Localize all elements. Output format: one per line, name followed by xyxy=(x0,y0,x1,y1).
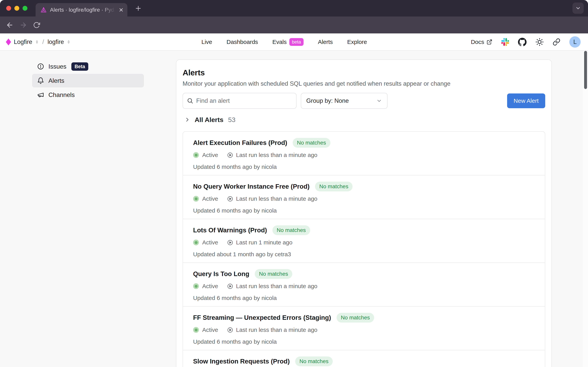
active-status-dot xyxy=(193,240,199,245)
project-switcher[interactable]: logfire xyxy=(47,38,64,45)
nav-link-dashboards[interactable]: Dashboards xyxy=(227,39,258,45)
logfire-diamond-icon xyxy=(6,38,11,45)
slack-icon[interactable] xyxy=(501,38,509,46)
alerts-controls: Group by: None New Alert xyxy=(183,93,545,109)
evals-beta-badge: beta xyxy=(289,38,304,46)
alert-updated: Updated about 1 month ago by cetra3 xyxy=(193,251,539,258)
alerts-panel: Alerts Monitor your application with sch… xyxy=(176,59,552,367)
all-alerts-group-header[interactable]: All Alerts 53 xyxy=(183,115,545,124)
alert-updated: Updated 6 months ago by nicola xyxy=(193,164,539,170)
page-subtitle: Monitor your application with scheduled … xyxy=(183,80,545,87)
primary-nav: Live Dashboards Evals beta Alerts Explor… xyxy=(201,33,367,50)
megaphone-icon xyxy=(37,91,44,98)
alert-status: Active xyxy=(202,327,218,333)
minimize-window-button[interactable] xyxy=(14,6,19,11)
close-window-button[interactable] xyxy=(6,6,11,11)
nav-link-evals[interactable]: Evals beta xyxy=(273,38,304,46)
window-controls xyxy=(6,6,27,11)
org-switcher[interactable]: Logfire xyxy=(14,38,32,45)
alert-row[interactable]: Alert Execution Failures (Prod) No match… xyxy=(183,132,545,175)
project-selector-icon[interactable] xyxy=(67,39,71,45)
external-link-icon xyxy=(486,39,492,45)
no-matches-badge: No matches xyxy=(255,269,292,279)
active-status-dot xyxy=(193,327,199,333)
active-status-dot xyxy=(193,152,199,158)
alert-title[interactable]: Alert Execution Failures (Prod) xyxy=(193,139,287,147)
alert-title[interactable]: Lots Of Warnings (Prod) xyxy=(193,226,267,234)
play-circle-icon xyxy=(227,196,233,202)
play-circle-icon xyxy=(227,327,233,333)
chevron-right-icon[interactable] xyxy=(185,117,190,122)
alert-last-run: Last run less than a minute ago xyxy=(236,152,317,158)
play-circle-icon xyxy=(227,283,233,289)
group-by-value: Group by: None xyxy=(306,97,349,104)
alert-title[interactable]: FF Streaming — Unexpected Errors (Stagin… xyxy=(193,314,331,321)
no-matches-badge: No matches xyxy=(337,313,374,323)
nav-link-explore[interactable]: Explore xyxy=(347,39,367,45)
alert-last-run: Last run 1 minute ago xyxy=(236,239,292,246)
alert-title[interactable]: Query Is Too Long xyxy=(193,270,249,278)
alert-row[interactable]: Query Is Too Long No matches Active Last… xyxy=(183,263,545,307)
no-matches-badge: No matches xyxy=(295,357,333,366)
browser-toolbar: logfire-eu.pydantic.info/logfire/logfire… xyxy=(0,17,588,33)
logfire-favicon-icon xyxy=(40,7,47,13)
reload-button[interactable] xyxy=(33,22,40,29)
no-matches-badge: No matches xyxy=(293,138,330,148)
theme-toggle-sun-icon[interactable] xyxy=(536,38,544,46)
new-tab-button[interactable] xyxy=(135,5,142,12)
alert-row[interactable]: FF Streaming — Unexpected Errors (Stagin… xyxy=(183,307,545,350)
alert-title[interactable]: Slow Ingestion Requests (Prod) xyxy=(193,358,290,365)
sidebar-item-label: Channels xyxy=(48,91,75,99)
page-scrollbar-thumb[interactable] xyxy=(584,51,587,89)
maximize-window-button[interactable] xyxy=(23,6,27,11)
tab-title: Alerts · logfire/logfire · Pydant xyxy=(50,7,117,13)
alert-row[interactable]: No Query Worker Instance Free (Prod) No … xyxy=(183,175,545,219)
browser-tab-active[interactable]: Alerts · logfire/logfire · Pydant xyxy=(36,3,127,17)
search-input[interactable] xyxy=(183,93,297,109)
play-circle-icon xyxy=(227,152,233,158)
forward-button[interactable] xyxy=(19,21,27,29)
chevron-down-icon xyxy=(376,98,382,104)
sidebar-item-channels[interactable]: Channels xyxy=(32,88,144,102)
tab-close-icon[interactable] xyxy=(119,7,124,13)
github-icon[interactable] xyxy=(518,38,527,46)
share-link-icon[interactable] xyxy=(553,38,560,46)
search-icon xyxy=(187,98,194,104)
back-button[interactable] xyxy=(6,21,14,29)
alert-last-run: Last run less than a minute ago xyxy=(236,283,317,290)
group-by-select[interactable]: Group by: None xyxy=(301,93,388,109)
alert-status: Active xyxy=(202,195,218,202)
group-label: All Alerts xyxy=(195,116,223,124)
no-matches-badge: No matches xyxy=(315,182,352,191)
alert-title[interactable]: No Query Worker Instance Free (Prod) xyxy=(193,183,310,190)
page-scrollbar-track[interactable] xyxy=(583,51,588,367)
page-title: Alerts xyxy=(183,68,545,77)
issues-beta-badge: Beta xyxy=(71,62,88,71)
docs-link[interactable]: Docs xyxy=(471,39,492,45)
sidebar-item-issues[interactable]: Issues Beta xyxy=(32,60,144,73)
browser-tab-bar: Alerts · logfire/logfire · Pydant xyxy=(0,0,588,17)
nav-link-alerts[interactable]: Alerts xyxy=(318,39,333,45)
breadcrumb: Logfire / logfire xyxy=(6,33,71,50)
alert-last-run: Last run less than a minute ago xyxy=(236,327,317,333)
alert-row[interactable]: Lots Of Warnings (Prod) No matches Activ… xyxy=(183,219,545,263)
alert-updated: Updated 6 months ago by nicola xyxy=(193,207,539,214)
user-avatar[interactable]: L xyxy=(569,36,581,48)
alert-status: Active xyxy=(202,152,218,158)
alert-row[interactable]: Slow Ingestion Requests (Prod) No matche… xyxy=(183,350,545,367)
active-status-dot xyxy=(193,196,199,202)
no-matches-badge: No matches xyxy=(273,225,310,235)
alert-updated: Updated 6 months ago by nicola xyxy=(193,338,539,345)
new-alert-button[interactable]: New Alert xyxy=(507,93,545,108)
search-alert-field[interactable] xyxy=(183,93,297,109)
site-header: Logfire / logfire Live Dashboards Evals … xyxy=(0,33,588,51)
play-circle-icon xyxy=(227,240,233,246)
sidebar-item-alerts[interactable]: Alerts xyxy=(32,74,144,87)
org-selector-icon[interactable] xyxy=(35,39,39,45)
tab-search-button[interactable] xyxy=(572,2,584,14)
alert-status: Active xyxy=(202,239,218,246)
alert-circle-icon xyxy=(37,63,44,70)
group-count: 53 xyxy=(228,116,236,124)
alert-status: Active xyxy=(202,283,218,290)
nav-link-live[interactable]: Live xyxy=(201,39,212,45)
